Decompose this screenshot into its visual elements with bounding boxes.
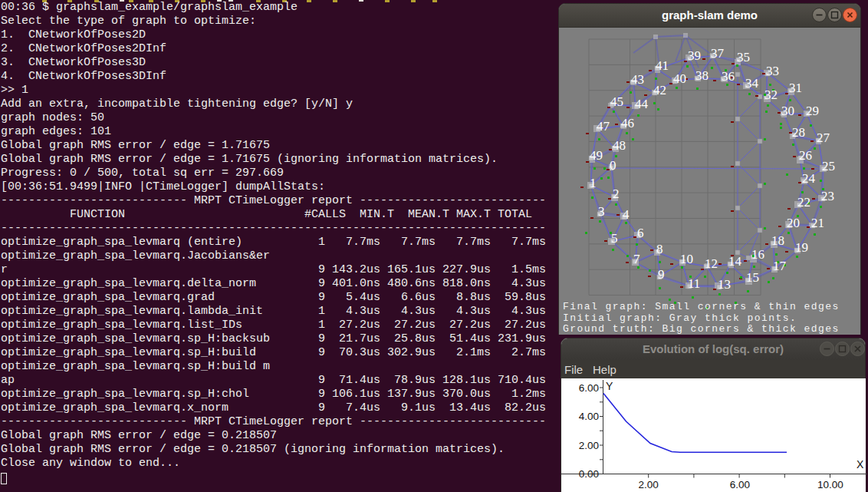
- svg-text:24: 24: [802, 171, 816, 186]
- svg-text:31: 31: [789, 81, 802, 95]
- svg-text:3: 3: [598, 204, 605, 219]
- svg-text:16: 16: [751, 247, 764, 262]
- svg-text:2.00: 2.00: [579, 440, 599, 451]
- svg-text:39: 39: [688, 48, 701, 63]
- svg-text:18: 18: [771, 233, 784, 248]
- svg-text:49: 49: [590, 148, 603, 163]
- svg-text:37: 37: [711, 46, 725, 61]
- svg-text:10.00: 10.00: [817, 479, 843, 490]
- svg-text:29: 29: [806, 104, 819, 118]
- svg-text:43: 43: [631, 72, 644, 87]
- svg-text:17: 17: [773, 259, 787, 273]
- svg-text:23: 23: [821, 189, 834, 203]
- svg-text:45: 45: [610, 94, 623, 109]
- svg-text:22: 22: [797, 195, 810, 210]
- svg-text:1: 1: [590, 176, 597, 190]
- svg-text:36: 36: [722, 69, 735, 84]
- svg-text:6.00: 6.00: [730, 479, 750, 490]
- svg-text:15: 15: [746, 270, 759, 285]
- svg-text:38: 38: [695, 68, 709, 83]
- svg-text:0.00: 0.00: [579, 468, 599, 480]
- svg-text:9: 9: [658, 267, 665, 282]
- svg-text:12: 12: [705, 256, 718, 271]
- svg-text:48: 48: [613, 138, 626, 153]
- svg-text:41: 41: [656, 58, 669, 73]
- svg-text:19: 19: [795, 240, 808, 255]
- svg-text:20: 20: [787, 216, 800, 230]
- svg-text:14: 14: [728, 254, 742, 269]
- svg-text:8: 8: [656, 242, 663, 256]
- svg-text:2: 2: [613, 187, 620, 201]
- svg-text:47: 47: [597, 119, 610, 134]
- svg-text:6: 6: [637, 226, 644, 240]
- svg-text:40: 40: [673, 71, 686, 86]
- svg-text:32: 32: [764, 88, 778, 102]
- svg-text:X: X: [856, 458, 864, 471]
- svg-text:30: 30: [781, 104, 794, 118]
- svg-text:21: 21: [811, 216, 824, 230]
- svg-text:7: 7: [633, 252, 640, 266]
- svg-text:0: 0: [610, 158, 616, 173]
- svg-text:6.00: 6.00: [579, 382, 599, 394]
- svg-text:5: 5: [611, 231, 618, 246]
- svg-text:11: 11: [688, 276, 700, 291]
- svg-text:35: 35: [737, 50, 750, 64]
- svg-text:26: 26: [799, 148, 812, 163]
- svg-text:42: 42: [653, 83, 666, 97]
- svg-text:46: 46: [621, 116, 634, 130]
- svg-text:28: 28: [792, 125, 805, 140]
- svg-text:4: 4: [623, 207, 630, 222]
- svg-text:25: 25: [822, 159, 835, 173]
- svg-text:27: 27: [817, 130, 830, 145]
- svg-text:10: 10: [680, 252, 693, 266]
- svg-text:33: 33: [766, 64, 779, 78]
- svg-text:4.00: 4.00: [579, 411, 599, 422]
- svg-text:Y: Y: [606, 380, 613, 392]
- svg-text:34: 34: [745, 76, 759, 91]
- svg-text:44: 44: [635, 97, 649, 111]
- svg-text:2.00: 2.00: [639, 479, 659, 490]
- svg-text:13: 13: [718, 277, 731, 292]
